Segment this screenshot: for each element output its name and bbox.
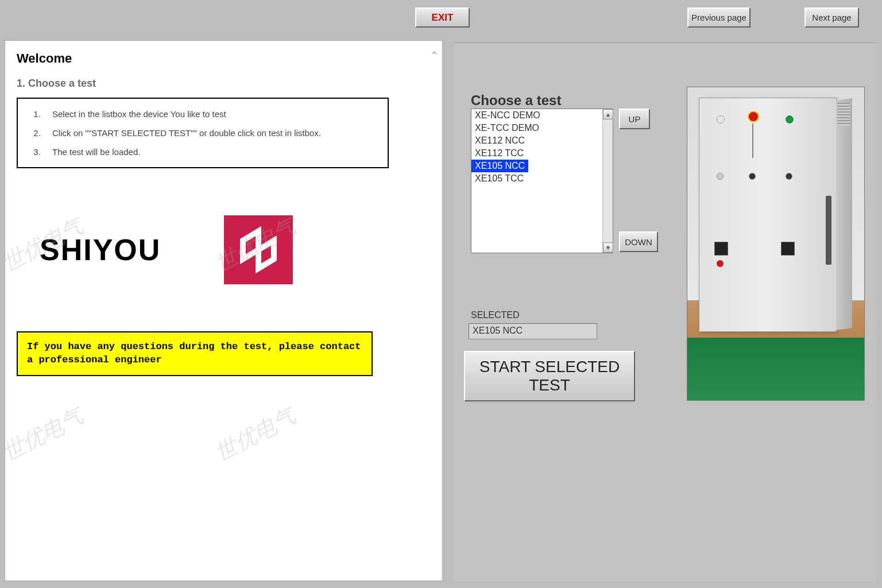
listbox-item[interactable]: XE-NCC DEMO: [471, 109, 613, 122]
test-selection-panel: Choose a test XE-NCC DEMOXE-TCC DEMOXE11…: [454, 42, 876, 581]
listbox-item[interactable]: XE-TCC DEMO: [471, 122, 613, 134]
listbox-scrollbar[interactable]: ▲ ▼: [602, 109, 613, 253]
selected-value-field: XE105 NCC: [469, 323, 597, 339]
list-down-button[interactable]: DOWN: [619, 231, 658, 252]
previous-page-button[interactable]: Previous page: [687, 7, 751, 28]
watermark-text: 世优电气: [5, 401, 88, 467]
listbox-item[interactable]: XE112 NCC: [471, 134, 613, 147]
instruction-item: The test will be loaded.: [43, 147, 370, 157]
warning-box: If you have any questions during the tes…: [17, 331, 373, 376]
choose-test-label: Choose a test: [471, 92, 561, 109]
test-listbox[interactable]: XE-NCC DEMOXE-TCC DEMOXE112 NCCXE112 TCC…: [471, 109, 613, 253]
brand-wordmark: SHIYOU: [40, 233, 161, 267]
scroll-up-icon[interactable]: ▲: [603, 109, 613, 119]
scroll-caret-icon: ⌃: [430, 49, 439, 63]
brand-row: SHIYOU: [17, 215, 430, 284]
device-image: [687, 87, 865, 401]
instruction-item: Select in the listbox the device You lik…: [43, 109, 370, 119]
listbox-item[interactable]: XE112 TCC: [471, 147, 613, 160]
exit-button[interactable]: EXIT: [415, 7, 470, 28]
listbox-item[interactable]: XE105 NCC: [471, 160, 528, 172]
next-page-button[interactable]: Next page: [804, 7, 859, 28]
watermark-text: 世优电气: [210, 401, 301, 467]
listbox-item[interactable]: XE105 TCC: [471, 172, 613, 185]
list-up-button[interactable]: UP: [619, 109, 650, 129]
start-selected-test-button[interactable]: START SELECTED TEST: [464, 351, 635, 401]
welcome-panel: ⌃ Welcome 1. Choose a test Select in the…: [5, 40, 442, 581]
instructions-box: Select in the listbox the device You lik…: [17, 98, 389, 168]
welcome-heading: Welcome: [17, 51, 430, 66]
step-heading: 1. Choose a test: [17, 78, 430, 90]
instruction-item: Click on ""START SELECTED TEST"" or doub…: [43, 128, 370, 138]
selected-label: SELECTED: [471, 310, 519, 320]
scroll-down-icon[interactable]: ▼: [603, 242, 613, 253]
brand-logo-icon: [224, 215, 293, 284]
